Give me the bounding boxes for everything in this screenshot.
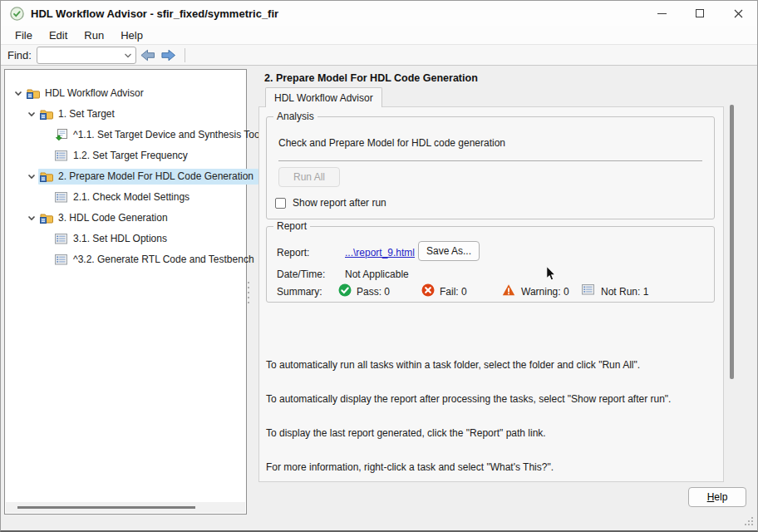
not-run-icon bbox=[582, 284, 594, 295]
folder-icon bbox=[40, 108, 54, 121]
find-toolbar: Find: bbox=[1, 45, 757, 66]
report-group: Report Report: ...\report_9.html Save As… bbox=[266, 226, 715, 303]
analysis-legend: Analysis bbox=[273, 111, 317, 122]
tree-item-set-target-device[interactable]: ^1.1. Set Target Device and Synthesis To… bbox=[5, 125, 246, 145]
report-label: Report: bbox=[277, 247, 309, 259]
chevron-down-icon[interactable] bbox=[12, 86, 25, 100]
task-icon bbox=[55, 233, 69, 245]
chevron-down-icon[interactable] bbox=[25, 170, 38, 183]
maximize-button[interactable] bbox=[681, 1, 719, 26]
find-previous-button[interactable] bbox=[139, 47, 157, 63]
folder-icon bbox=[40, 170, 54, 183]
not-run-count: Not Run: 1 bbox=[601, 286, 648, 298]
hdl-workflow-advisor-window: HDL Workflow Advisor - sfir_fixed/symmet… bbox=[0, 0, 758, 532]
show-report-label: Show report after run bbox=[293, 197, 386, 209]
find-label: Find: bbox=[7, 49, 32, 62]
fail-icon bbox=[421, 283, 435, 297]
close-icon bbox=[734, 9, 743, 18]
datetime-label: Date/Time: bbox=[277, 268, 325, 280]
tree-item-label: HDL Workflow Advisor bbox=[45, 87, 144, 99]
find-next-button[interactable] bbox=[160, 47, 178, 63]
arrow-left-icon bbox=[140, 48, 155, 62]
minimize-icon bbox=[657, 13, 667, 14]
close-button[interactable] bbox=[719, 1, 757, 26]
run-all-button[interactable]: Run All bbox=[278, 167, 340, 187]
tree-item-set-target[interactable]: 1. Set Target bbox=[5, 104, 246, 124]
help-text-line: For more information, right-click a task… bbox=[266, 461, 554, 473]
tree-horizontal-scrollbar[interactable] bbox=[6, 502, 245, 513]
title-bar[interactable]: HDL Workflow Advisor - sfir_fixed/symmet… bbox=[1, 1, 757, 26]
report-legend: Report bbox=[273, 220, 310, 232]
tree-item-label: ^3.2. Generate RTL Code and Testbench bbox=[73, 254, 254, 265]
tree-item-hdl-code-generation[interactable]: 3. HDL Code Generation bbox=[5, 208, 246, 228]
scrollbar-thumb[interactable] bbox=[17, 506, 195, 509]
mouse-cursor bbox=[545, 265, 557, 282]
menu-bar: File Edit Run Help bbox=[1, 26, 757, 45]
tree-item-label: ^1.1. Set Target Device and Synthesis To… bbox=[73, 129, 262, 140]
tree-item-label: 2.1. Check Model Settings bbox=[73, 191, 190, 203]
vertical-scrollbar[interactable] bbox=[730, 105, 734, 379]
menu-edit[interactable]: Edit bbox=[41, 27, 76, 44]
datetime-value: Not Applicable bbox=[345, 268, 409, 280]
folder-icon bbox=[27, 87, 41, 100]
app-icon bbox=[10, 7, 24, 21]
summary-label: Summary: bbox=[277, 286, 322, 298]
task-rerun-icon bbox=[55, 129, 69, 141]
menu-run[interactable]: Run bbox=[76, 27, 112, 44]
pass-count: Pass: 0 bbox=[357, 286, 390, 298]
help-text-line: To automatically display the report afte… bbox=[266, 393, 671, 405]
find-combobox[interactable] bbox=[37, 47, 136, 64]
chevron-down-icon[interactable] bbox=[25, 211, 38, 224]
pass-icon bbox=[338, 283, 352, 297]
warning-icon bbox=[502, 283, 515, 297]
report-link[interactable]: ...\report_9.html bbox=[345, 247, 415, 259]
workflow-tree: HDL Workflow Advisor 1. Set Target ^1.1.… bbox=[4, 69, 247, 515]
save-as-button[interactable]: Save As... bbox=[418, 241, 480, 261]
toolbar-separator bbox=[185, 48, 185, 62]
tree-item-generate-rtl-code[interactable]: ^3.2. Generate RTL Code and Testbench bbox=[5, 249, 246, 269]
separator-line bbox=[278, 160, 702, 161]
window-title: HDL Workflow Advisor - sfir_fixed/symmet… bbox=[31, 7, 278, 20]
chevron-down-icon[interactable] bbox=[25, 107, 38, 121]
task-heading: 2. Prepare Model For HDL Code Generation bbox=[264, 72, 478, 84]
help-text-line: To automatically run all tasks within a … bbox=[266, 359, 640, 371]
tab-label: HDL Workflow Advisor bbox=[274, 92, 373, 104]
tree-item-check-model-settings[interactable]: 2.1. Check Model Settings bbox=[5, 187, 246, 207]
resize-grip[interactable] bbox=[745, 517, 754, 526]
task-icon bbox=[55, 191, 69, 204]
chevron-down-icon[interactable] bbox=[124, 52, 132, 59]
maximize-icon bbox=[696, 9, 704, 17]
find-input[interactable] bbox=[41, 48, 121, 62]
task-icon bbox=[55, 150, 69, 162]
tree-item-label: 3. HDL Code Generation bbox=[58, 212, 168, 224]
task-icon bbox=[55, 254, 69, 266]
folder-icon bbox=[40, 212, 54, 224]
menu-file[interactable]: File bbox=[7, 27, 41, 44]
task-content-panel: Analysis Check and Prepare Model for HDL… bbox=[258, 106, 724, 482]
tree-item-hdl-workflow-advisor[interactable]: HDL Workflow Advisor bbox=[5, 83, 246, 103]
analysis-group: Analysis Check and Prepare Model for HDL… bbox=[266, 116, 715, 219]
help-button[interactable]: Help bbox=[688, 487, 746, 507]
tree-item-prepare-model[interactable]: 2. Prepare Model For HDL Code Generation bbox=[5, 166, 246, 186]
show-report-checkbox[interactable] bbox=[275, 198, 286, 209]
analysis-description: Check and Prepare Model for HDL code gen… bbox=[278, 137, 505, 149]
tree-item-label: 2. Prepare Model For HDL Code Generation bbox=[58, 170, 253, 182]
help-text-line: To display the last report generated, cl… bbox=[266, 427, 546, 439]
minimize-button[interactable] bbox=[642, 1, 681, 26]
arrow-right-icon bbox=[160, 48, 176, 62]
warning-count: Warning: 0 bbox=[521, 286, 569, 298]
panel-splitter[interactable] bbox=[247, 282, 250, 303]
tab-hdl-workflow-advisor[interactable]: HDL Workflow Advisor bbox=[265, 87, 382, 107]
tree-item-label: 3.1. Set HDL Options bbox=[73, 233, 167, 244]
fail-count: Fail: 0 bbox=[440, 286, 467, 298]
menu-help[interactable]: Help bbox=[112, 27, 151, 44]
tree-item-set-hdl-options[interactable]: 3.1. Set HDL Options bbox=[5, 229, 246, 249]
tree-item-label: 1.2. Set Target Frequency bbox=[73, 150, 188, 161]
tree-item-label: 1. Set Target bbox=[58, 108, 115, 120]
tree-item-set-target-frequency[interactable]: 1.2. Set Target Frequency bbox=[5, 145, 246, 165]
